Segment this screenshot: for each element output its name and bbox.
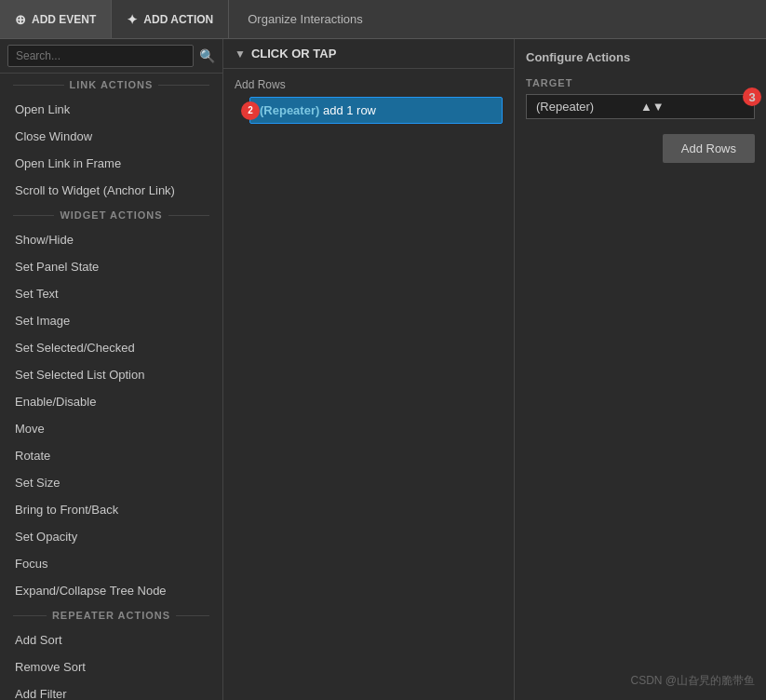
chevron-down-icon: ▲▼ [640, 100, 745, 114]
left-panel: 🔍 LINK ACTIONS Open Link Close Window Op… [0, 39, 223, 700]
repeater-tag: (Repeater) [260, 103, 319, 117]
action-set-image[interactable]: Set Image [0, 307, 222, 334]
action-close-window[interactable]: Close Window [0, 123, 222, 150]
action-add-filter[interactable]: Add Filter [0, 680, 222, 700]
watermark: CSDN @山旮旯的脆带鱼 [630, 673, 755, 689]
search-icon[interactable]: 🔍 [199, 48, 215, 63]
target-value: (Repeater) [536, 100, 640, 114]
action-bring-to-front-back[interactable]: Bring to Front/Back [0, 496, 222, 523]
action-open-link[interactable]: Open Link [0, 96, 222, 123]
action-set-text[interactable]: Set Text [0, 280, 222, 307]
target-label: TARGET [526, 77, 755, 88]
add-event-icon: ⊕ [15, 12, 26, 27]
add-action-button[interactable]: ✦ ADD ACTION [112, 0, 229, 38]
main-layout: 🔍 LINK ACTIONS Open Link Close Window Op… [0, 39, 766, 700]
action-set-selected-checked[interactable]: Set Selected/Checked [0, 334, 222, 361]
action-move[interactable]: Move [0, 415, 222, 442]
widget-actions-section-label: WIDGET ACTIONS [0, 204, 222, 226]
repeater-actions-section-label: REPEATER ACTIONS [0, 604, 222, 626]
action-set-selected-list-option[interactable]: Set Selected List Option [0, 361, 222, 388]
right-panel: Configure Actions TARGET (Repeater) ▲▼ 3… [515, 39, 766, 700]
step-badge: 2 [241, 101, 260, 120]
action-remove-sort[interactable]: Remove Sort [0, 653, 222, 680]
link-actions-section-label: LINK ACTIONS [0, 74, 222, 96]
search-bar: 🔍 [0, 39, 222, 74]
action-row-text: add 1 row [323, 103, 376, 117]
add-rows-config-button[interactable]: Add Rows [663, 134, 755, 163]
search-input[interactable] [7, 45, 194, 67]
add-action-label: ADD ACTION [143, 13, 213, 26]
action-set-size[interactable]: Set Size [0, 469, 222, 496]
action-focus[interactable]: Focus [0, 550, 222, 577]
add-event-label: ADD EVENT [32, 13, 96, 26]
action-expand-collapse-tree-node[interactable]: Expand/Collapse Tree Node [0, 577, 222, 604]
target-badge: 3 [743, 88, 761, 106]
action-row-add-rows[interactable]: 2 (Repeater) add 1 row [249, 97, 503, 124]
config-title: Configure Actions [526, 50, 755, 64]
center-panel: ▼ CLICK OR TAP Add Rows 2 (Repeater) add… [223, 39, 515, 700]
organize-interactions-title: Organize Interactions [229, 12, 382, 26]
action-add-sort[interactable]: Add Sort [0, 626, 222, 653]
action-set-opacity[interactable]: Set Opacity [0, 523, 222, 550]
action-set-panel-state[interactable]: Set Panel State [0, 253, 222, 280]
action-show-hide[interactable]: Show/Hide [0, 226, 222, 253]
event-label: CLICK OR TAP [251, 47, 336, 61]
action-open-link-in-frame[interactable]: Open Link in Frame [0, 150, 222, 177]
event-header: ▼ CLICK OR TAP [223, 39, 514, 69]
add-action-icon: ✦ [127, 12, 138, 27]
add-event-button[interactable]: ⊕ ADD EVENT [0, 0, 112, 38]
collapse-icon[interactable]: ▼ [235, 47, 246, 61]
action-enable-disable[interactable]: Enable/Disable [0, 388, 222, 415]
action-group: Add Rows 2 (Repeater) add 1 row [235, 76, 503, 124]
target-select[interactable]: (Repeater) ▲▼ 3 [526, 94, 755, 119]
toolbar: ⊕ ADD EVENT ✦ ADD ACTION Organize Intera… [0, 0, 766, 39]
action-group-header: Add Rows [235, 76, 503, 93]
action-rotate[interactable]: Rotate [0, 442, 222, 469]
action-scroll-to-widget[interactable]: Scroll to Widget (Anchor Link) [0, 177, 222, 204]
